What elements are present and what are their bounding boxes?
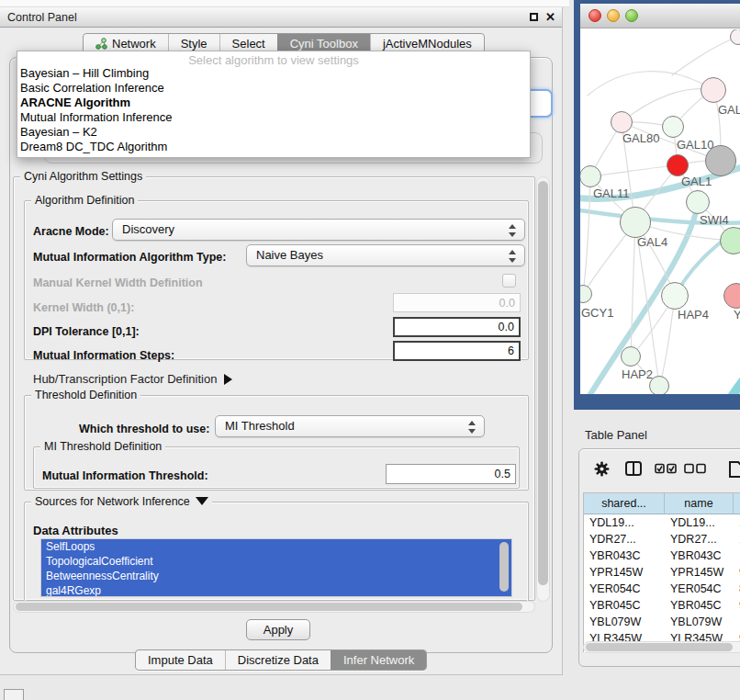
close-traffic-light[interactable] [589, 9, 601, 22]
column-header-name[interactable]: name [665, 493, 734, 514]
table-cell[interactable]: YBR043C [665, 548, 734, 564]
aracne-mode-combobox[interactable]: Discovery [112, 219, 525, 241]
attribute-item-gal4rgexp[interactable]: gal4RGexp [41, 583, 511, 597]
data-attributes-label: Data Attributes [33, 524, 118, 537]
algorithm-option-dream8-dc-tdc-algorithm[interactable]: Dream8 DC_TDC Algorithm [17, 140, 530, 154]
column-header-shared[interactable]: shared... [584, 493, 665, 514]
table-header-row: shared...name [584, 493, 740, 514]
table-horizontal-scrollbar[interactable] [583, 641, 740, 653]
export-table-icon[interactable] [729, 461, 740, 481]
column-header-cut[interactable] [734, 493, 740, 514]
settings-horizontal-scrollbar[interactable] [13, 601, 535, 613]
data-attributes-list[interactable]: SelfLoopsTopologicalCoefficientBetweenne… [40, 538, 512, 597]
table-cell[interactable]: YBL079W [584, 614, 665, 630]
sources-expander[interactable]: Sources for Network Inference [31, 495, 212, 508]
column-selector-icon[interactable] [625, 461, 642, 480]
scrollbar-thumb[interactable] [586, 643, 733, 651]
network-edge [590, 165, 678, 176]
table-cell[interactable]: YDL19... [584, 514, 665, 531]
network-node[interactable] [649, 376, 669, 394]
network-node-hap4[interactable] [661, 282, 689, 310]
network-node-swi4[interactable] [686, 190, 710, 214]
node-label: GCY1 [581, 306, 613, 320]
table-row[interactable]: YDR27...YDR27...12 [584, 531, 740, 548]
table-cell[interactable]: 8. [734, 581, 740, 597]
hub-definition-expander[interactable]: Hub/Transcription Factor Definition [33, 372, 232, 386]
network-edge [672, 37, 738, 75]
table-row[interactable]: YBR045CYBR045C9. [584, 597, 740, 614]
minimize-traffic-light[interactable] [607, 9, 620, 22]
scrollbar-thumb[interactable] [16, 603, 522, 611]
settings-vertical-scrollbar[interactable] [536, 176, 550, 602]
table-cell[interactable]: YER054C [584, 581, 665, 597]
close-icon[interactable]: ✕ [545, 10, 555, 24]
algorithm-option-basic-correlation-inference[interactable]: Basic Correlation Inference [17, 81, 530, 96]
table-cell[interactable] [734, 548, 740, 564]
network-node-gal10[interactable] [662, 116, 684, 138]
network-view-frame: GALGAL80GAL10GAL1GAL11SWI4GAL4GCY1HAP4YH… [574, 0, 740, 410]
table-cell[interactable]: YER054C [665, 581, 734, 597]
algorithm-option-mutual-information-inference[interactable]: Mutual Information Inference [17, 110, 530, 125]
table-cell[interactable]: YDL19... [665, 514, 734, 531]
tab-discretize-data[interactable]: Discretize Data [225, 650, 331, 670]
table-cell[interactable]: YPR145W [584, 564, 665, 581]
mi-algorithm-type-combobox[interactable]: Naive Bayes [246, 244, 525, 266]
dpi-tolerance-field[interactable]: 0.0 [393, 317, 521, 337]
table-row[interactable]: YER054CYER054C8. [584, 581, 740, 597]
table-row[interactable]: YPR145WYPR145W9. [584, 564, 740, 581]
node-label: GAL4 [637, 235, 667, 249]
network-node-gal80[interactable] [611, 111, 633, 133]
table-cell[interactable]: YBR045C [584, 597, 665, 614]
attribute-item-selfloops[interactable]: SelfLoops [41, 539, 511, 554]
algorithm-option-bayesian-hill-climbing[interactable]: Bayesian – Hill Climbing [17, 66, 530, 81]
select-all-checks-icon[interactable] [655, 461, 677, 478]
deselect-all-checks-icon[interactable] [684, 461, 706, 478]
network-node-gal11[interactable] [580, 165, 601, 187]
kernel-width-field[interactable]: 0.0 [393, 293, 521, 312]
table-row[interactable]: YBR043CYBR043C [584, 548, 740, 564]
manual-kernel-width-checkbox[interactable] [502, 274, 516, 288]
kernel-width-label: Kernel Width (0,1): [33, 301, 134, 314]
network-node[interactable] [705, 145, 736, 176]
attribute-item-topologicalcoefficient[interactable]: TopologicalCoefficient [41, 554, 511, 569]
network-node[interactable] [720, 227, 740, 254]
network-node-gal1[interactable] [667, 154, 689, 176]
algorithm-option-bayesian-k2[interactable]: Bayesian – K2 [17, 125, 530, 140]
zoom-traffic-light[interactable] [625, 9, 638, 22]
algorithm-option-aracne-algorithm[interactable]: ARACNE Algorithm [17, 96, 530, 110]
attribute-item-betweennesscentrality[interactable]: BetweennessCentrality [41, 569, 511, 583]
mi-threshold-field[interactable]: 0.5 [386, 464, 516, 484]
scrollbar-thumb[interactable] [538, 181, 548, 585]
network-node-gal[interactable] [701, 77, 726, 103]
network-node-gal4[interactable] [620, 207, 651, 238]
threshold-definition-title: Threshold Definition [31, 389, 140, 401]
gear-icon[interactable] [594, 461, 610, 480]
node-table: shared...name YDL19...YDL19...13YDR27...… [583, 492, 740, 652]
table-cell[interactable]: YBR045C [665, 597, 734, 614]
list-scrollbar-thumb[interactable] [499, 542, 509, 592]
tab-label: Network [112, 37, 156, 51]
table-cell[interactable]: 13 [734, 514, 740, 531]
tab-impute-data[interactable]: Impute Data [136, 650, 225, 670]
table-cell[interactable]: YDR27... [584, 531, 665, 548]
which-threshold-combobox[interactable]: MI Threshold [215, 415, 485, 437]
network-window-titlebar[interactable] [580, 4, 740, 28]
table-cell[interactable]: 9. [734, 597, 740, 614]
network-canvas[interactable]: GALGAL80GAL10GAL1GAL11SWI4GAL4GCY1HAP4YH… [580, 29, 740, 394]
table-cell[interactable]: YPR145W [665, 564, 734, 581]
float-window-icon[interactable] [530, 13, 538, 21]
apply-button[interactable]: Apply [246, 619, 310, 640]
table-cell[interactable]: YBL079W [665, 614, 734, 630]
table-cell[interactable]: YBR043C [584, 548, 665, 564]
mi-steps-field[interactable]: 6 [393, 341, 521, 361]
table-cell[interactable] [734, 614, 740, 630]
table-row[interactable]: YBL079WYBL079W [584, 614, 740, 630]
table-cell[interactable]: 12 [734, 531, 740, 548]
tab-infer-network[interactable]: Infer Network [331, 650, 426, 670]
table-cell[interactable]: YDR27... [665, 531, 734, 548]
table-cell[interactable]: 9. [734, 564, 740, 581]
collapsed-panel-icon[interactable] [4, 689, 24, 700]
control-panel-titlebar[interactable]: Control Panel ✕ [0, 7, 562, 28]
table-row[interactable]: YDL19...YDL19...13 [584, 514, 740, 531]
network-node-hap2[interactable] [621, 346, 641, 367]
